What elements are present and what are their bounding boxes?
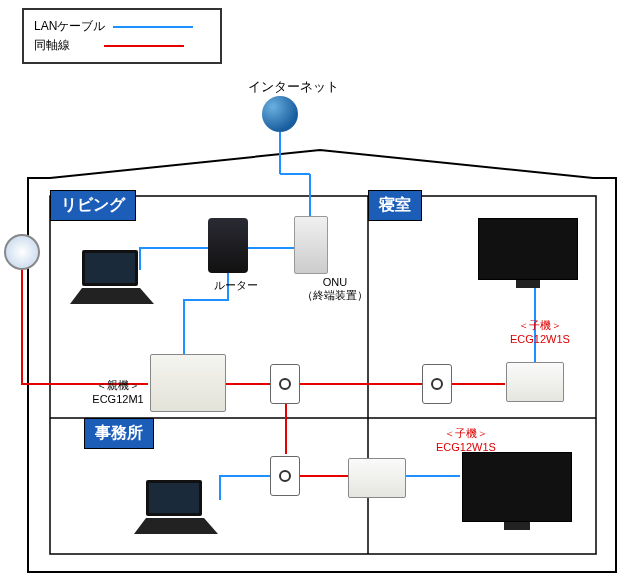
svg-marker-16 (70, 288, 154, 304)
tv-office-icon (462, 452, 572, 522)
onu-icon (294, 216, 328, 274)
parent-device-icon (150, 354, 226, 412)
child-device-bedroom-icon (506, 362, 564, 402)
satellite-dish-icon (4, 234, 40, 270)
child-bedroom-title: ＜子機＞ (518, 319, 562, 331)
wallplate-bedroom (422, 364, 452, 404)
parent-title: ＜親機＞ (96, 379, 140, 391)
network-diagram: LANケーブル 同軸線 インターネット (0, 0, 642, 581)
wallplate-living (270, 364, 300, 404)
wallplate-office (270, 456, 300, 496)
svg-marker-19 (134, 518, 218, 534)
onu-sublabel: （終端装置） (302, 289, 368, 301)
tv-bedroom-icon (478, 218, 578, 280)
parent-model: ECG12M1 (92, 393, 143, 405)
child-office-title: ＜子機＞ (444, 427, 488, 439)
onu-label: ONU (323, 276, 347, 288)
room-label-living: リビング (50, 190, 136, 221)
laptop-living-icon (62, 248, 162, 308)
child-bedroom-model: ECG12W1S (510, 333, 570, 345)
svg-rect-15 (85, 253, 135, 283)
child-device-office-icon (348, 458, 406, 498)
room-label-bedroom: 寝室 (368, 190, 422, 221)
svg-rect-18 (149, 483, 199, 513)
laptop-office-icon (126, 478, 226, 538)
room-label-office: 事務所 (84, 418, 154, 449)
tv-office-stand (504, 522, 530, 530)
router-label: ルーター (214, 278, 258, 293)
router-icon (208, 218, 248, 273)
tv-bedroom-stand (516, 280, 540, 288)
